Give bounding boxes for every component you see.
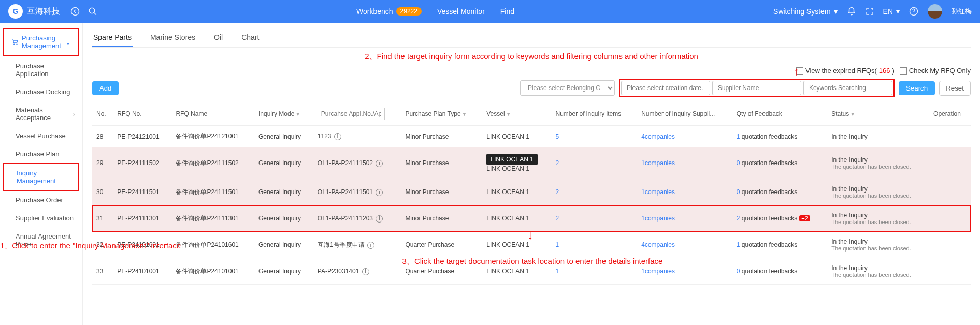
- cell-no: 28: [92, 126, 113, 147]
- table-row[interactable]: 29PE-P24111502备件询价单P24111502General Inqu…: [92, 147, 971, 179]
- cell-appl: OL1-PA-P24111501 i: [313, 179, 401, 205]
- logo[interactable]: G 互海科技: [8, 4, 60, 19]
- cell-items[interactable]: 5: [551, 126, 637, 147]
- th-appl-no: [313, 102, 401, 126]
- cell-items[interactable]: 2: [551, 179, 637, 205]
- tab-oil[interactable]: Oil: [213, 29, 224, 47]
- cell-suppliers[interactable]: 4companies: [637, 126, 732, 147]
- sidebar-item-vessel-purchase[interactable]: Vessel Purchase: [0, 127, 82, 145]
- cell-feedback: 1 quotation feedbacks: [732, 126, 827, 147]
- cell-operation: [929, 232, 971, 258]
- cell-feedback: 2 quotation feedbacks+2: [732, 205, 827, 232]
- switching-system[interactable]: Switching System ▾: [773, 7, 837, 16]
- cell-suppliers[interactable]: 4companies: [637, 232, 732, 258]
- cell-suppliers[interactable]: 1companies: [637, 179, 732, 205]
- cell-mode: General Inquiry: [254, 179, 313, 205]
- back-icon[interactable]: [70, 7, 80, 16]
- info-icon[interactable]: i: [362, 268, 369, 275]
- tab-spare-parts[interactable]: Spare Parts: [92, 29, 133, 47]
- annotation-step2: 2、Find the target inquiry form according…: [92, 52, 971, 62]
- chevron-down-icon: ⌄: [65, 38, 71, 46]
- cell-suppliers[interactable]: 1companies: [637, 147, 732, 179]
- add-button[interactable]: Add: [92, 81, 119, 95]
- info-icon[interactable]: i: [367, 242, 374, 249]
- th-status[interactable]: Status▼: [827, 102, 929, 126]
- sidebar-item-purchase-order[interactable]: Purchase Order: [0, 191, 82, 209]
- svg-point-4: [17, 44, 17, 45]
- svg-point-1: [89, 8, 95, 13]
- lang-switch[interactable]: EN ▾: [883, 7, 900, 16]
- cell-plan: Minor Purchase: [401, 205, 482, 232]
- cell-mode: General Inquiry: [254, 126, 313, 147]
- cell-items[interactable]: 1: [551, 232, 637, 258]
- sidebar-item-docking[interactable]: Purchase Docking: [0, 83, 82, 101]
- th-operation: Operation: [929, 102, 971, 126]
- help-icon[interactable]: [909, 7, 918, 16]
- info-icon[interactable]: i: [334, 133, 341, 140]
- cell-rfq-no: PE-P24121001: [113, 126, 171, 147]
- caret-down-icon: ▾: [896, 7, 900, 16]
- reset-button[interactable]: Reset: [939, 81, 971, 96]
- th-inquiry-mode[interactable]: Inquiry Mode▼: [254, 102, 313, 126]
- keywords-input[interactable]: [803, 81, 892, 95]
- table-row[interactable]: 30PE-P24111501备件询价单P24111501General Inqu…: [92, 179, 971, 205]
- filter-group: [619, 79, 895, 97]
- chevron-right-icon: ›: [73, 110, 75, 118]
- cell-rfq-name: 备件询价单P24101601: [171, 232, 254, 258]
- cell-appl: OL1-PA-P24111502 i: [313, 147, 401, 179]
- cell-mode: General Inquiry: [254, 205, 313, 232]
- cell-status: In the InquiryThe quotation has been clo…: [827, 205, 929, 232]
- cell-items[interactable]: 2: [551, 147, 637, 179]
- th-num-items: Number of inquiry items: [551, 102, 637, 126]
- nav-find[interactable]: Find: [500, 7, 514, 16]
- cell-feedback: 0 quotation feedbacks: [732, 258, 827, 285]
- search-button[interactable]: Search: [899, 81, 935, 95]
- svg-point-0: [71, 8, 79, 16]
- th-plan-type[interactable]: Purchase Plan Type▼: [401, 102, 482, 126]
- cell-rfq-name: 备件询价单P24111501: [171, 179, 254, 205]
- search-icon[interactable]: [88, 7, 97, 16]
- fullscreen-icon[interactable]: [866, 7, 874, 16]
- annotation-step3: 3、Click the target documentation task lo…: [351, 257, 714, 267]
- creation-date-input[interactable]: [621, 81, 710, 95]
- sidebar-group-purchasing[interactable]: Purchasing Management ⌄: [3, 28, 79, 56]
- cell-rfq-name: 备件询价单P24121001: [171, 126, 254, 147]
- sidebar-item-supplier-eval[interactable]: Supplier Evaluation: [0, 209, 82, 227]
- cell-vessel: LINK OCEAN 1: [482, 179, 551, 205]
- belonging-select[interactable]: Please select Belonging C: [520, 80, 615, 96]
- sidebar-item-inquiry[interactable]: Inquiry Management: [3, 163, 79, 191]
- info-icon[interactable]: i: [376, 160, 383, 167]
- caret-down-icon: ▼: [506, 111, 511, 117]
- cell-operation: [929, 258, 971, 285]
- cell-plan: Minor Purchase: [401, 126, 482, 147]
- info-icon[interactable]: i: [376, 215, 383, 223]
- table-row[interactable]: 28PE-P24121001备件询价单P24121001General Inqu…: [92, 126, 971, 147]
- sidebar-item-purchase-plan[interactable]: Purchase Plan: [0, 145, 82, 163]
- nav-vessel-monitor[interactable]: Vessel Monitor: [437, 7, 485, 16]
- sidebar-item-materials[interactable]: Materials Acceptance ›: [0, 101, 82, 127]
- cell-appl: 1123 i: [313, 126, 401, 147]
- th-no: No.: [92, 102, 113, 126]
- cell-plan: Minor Purchase: [401, 147, 482, 179]
- sidebar-item-application[interactable]: Purchase Application: [0, 57, 82, 83]
- cell-suppliers[interactable]: 1companies: [637, 205, 732, 232]
- th-feedback: Qty of Feedback: [732, 102, 827, 126]
- tab-marine-stores[interactable]: Marine Stores: [149, 29, 196, 47]
- nav-workbench[interactable]: Workbench 29222: [356, 7, 422, 16]
- th-vessel[interactable]: Vessel▼: [482, 102, 551, 126]
- svg-point-3: [14, 44, 15, 45]
- bell-icon[interactable]: [847, 7, 856, 16]
- tab-chart[interactable]: Chart: [240, 29, 260, 47]
- th-rfq-name: RFQ Name: [171, 102, 254, 126]
- cell-no: 33: [92, 258, 113, 285]
- checkbox-my-rfq[interactable]: Check My RFQ Only: [900, 67, 971, 75]
- checkbox-view-expired[interactable]: View the expired RFQs(166): [796, 67, 895, 75]
- cell-appl: 互海1号季度申请 i: [313, 232, 401, 258]
- supplier-name-input[interactable]: [712, 81, 801, 95]
- feedback-badge: +2: [799, 215, 810, 221]
- cell-appl: OL1-PA-P24111203 i: [313, 205, 401, 232]
- info-icon[interactable]: i: [376, 189, 383, 196]
- avatar[interactable]: [928, 4, 942, 19]
- cell-items[interactable]: 2: [551, 205, 637, 232]
- appl-no-filter[interactable]: [318, 108, 385, 120]
